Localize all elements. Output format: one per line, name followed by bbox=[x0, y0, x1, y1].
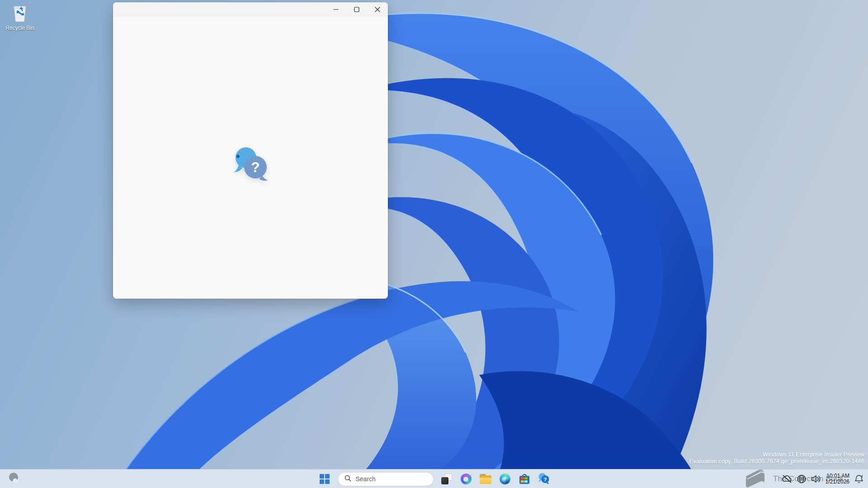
search-icon bbox=[344, 475, 351, 483]
start-button[interactable] bbox=[316, 471, 333, 487]
get-help-badge-glyph: ? bbox=[543, 476, 547, 482]
search-placeholder: Search bbox=[356, 475, 376, 483]
task-view-icon bbox=[441, 474, 452, 484]
taskbar-center-group: Search bbox=[0, 469, 868, 488]
get-help-loading-icon: ? bbox=[232, 146, 269, 183]
window-titlebar[interactable] bbox=[113, 2, 388, 17]
network-globe-icon[interactable] bbox=[797, 474, 807, 484]
build-watermark: Windows 11 Enterprise Insider Preview Ev… bbox=[689, 451, 864, 465]
minimize-button[interactable] bbox=[326, 2, 346, 17]
watermark-line1: Windows 11 Enterprise Insider Preview bbox=[689, 451, 864, 458]
get-help-window: ? bbox=[113, 2, 388, 299]
minimize-icon bbox=[333, 7, 339, 12]
onedrive-offline-icon[interactable] bbox=[782, 474, 793, 483]
window-content: ? bbox=[113, 17, 388, 299]
file-explorer-button[interactable] bbox=[477, 471, 494, 487]
edge-icon bbox=[500, 474, 510, 484]
system-tray: 10:01 AM 1/21/2026 z bbox=[782, 469, 864, 488]
get-help-icon: ? bbox=[538, 473, 550, 486]
recycle-bin-label: Recycle Bin bbox=[5, 25, 34, 31]
close-button[interactable] bbox=[367, 2, 388, 17]
file-explorer-icon bbox=[480, 474, 491, 484]
maximize-button[interactable] bbox=[346, 2, 367, 17]
copilot-icon bbox=[461, 474, 472, 484]
notification-bell-dnd-icon[interactable]: z bbox=[854, 474, 864, 484]
copilot-button[interactable] bbox=[458, 471, 474, 487]
store-icon bbox=[519, 474, 530, 484]
recycle-bin-icon bbox=[10, 4, 29, 24]
dnd-z-glyph: z bbox=[861, 474, 863, 478]
search-box[interactable]: Search bbox=[338, 472, 434, 486]
tray-date: 1/21/2026 bbox=[826, 479, 849, 485]
hero-question-glyph: ? bbox=[251, 159, 260, 175]
watermark-line2: Evaluation copy. Build 26300.7674.ge_pre… bbox=[689, 458, 864, 465]
taskbar: Search bbox=[0, 469, 868, 488]
close-icon bbox=[375, 7, 380, 12]
recycle-bin-desktop-icon[interactable]: Recycle Bin bbox=[3, 4, 37, 31]
edge-button[interactable] bbox=[497, 471, 513, 487]
desktop: Recycle Bin bbox=[0, 0, 868, 488]
volume-icon[interactable] bbox=[811, 474, 821, 484]
get-help-taskbar-button[interactable]: ? bbox=[536, 471, 552, 487]
windows-logo-icon bbox=[320, 474, 330, 484]
maximize-icon bbox=[354, 7, 359, 12]
clock[interactable]: 10:01 AM 1/21/2026 bbox=[826, 473, 849, 485]
task-view-button[interactable] bbox=[439, 471, 455, 487]
store-button[interactable] bbox=[516, 471, 533, 487]
